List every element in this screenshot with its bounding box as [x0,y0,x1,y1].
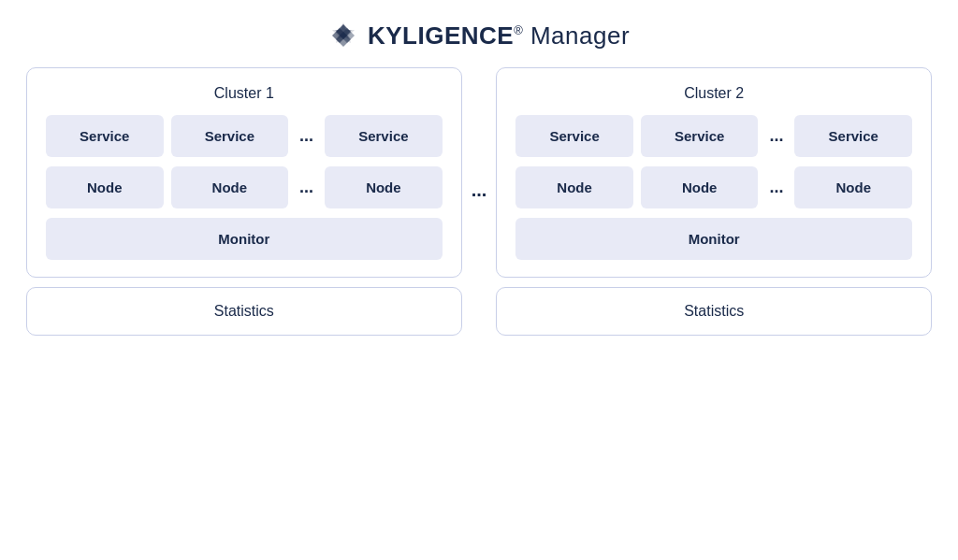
cluster1-node-ellipsis: ... [296,178,317,197]
cluster2-node-1: Node [515,166,633,208]
clusters-ellipsis: ... [462,179,497,201]
cluster2-title: Cluster 2 [515,85,912,102]
kyligence-logo-icon [328,21,358,50]
cluster1-service-2: Service [171,115,289,157]
cluster1-box: Cluster 1 Service Service ... Service No… [26,67,462,278]
main-content: Cluster 1 Service Service ... Service No… [0,67,958,560]
cluster1-title: Cluster 1 [46,85,443,102]
cluster2-service-row: Service Service ... Service [515,115,912,157]
cluster1-service-1: Service [46,115,164,157]
cluster2-node-3: Node [794,166,912,208]
cluster2-service-2: Service [641,115,759,157]
left-section: Cluster 1 Service Service ... Service No… [26,67,462,336]
cluster1-monitor: Monitor [46,218,443,260]
right-section: Cluster 2 Service Service ... Service No… [496,67,932,336]
cluster1-service-row: Service Service ... Service [46,115,443,157]
cluster1-service-ellipsis: ... [296,126,317,146]
app-title: KYLIGENCE® Manager [368,22,630,50]
cluster1-service-3: Service [325,115,443,157]
cluster2-node-ellipsis: ... [765,178,787,197]
cluster2-service-ellipsis: ... [765,126,787,146]
cluster1-node-2: Node [171,166,289,208]
cluster1-node-row: Node Node ... Node [46,166,443,208]
cluster2-service-3: Service [794,115,912,157]
cluster2-statistics: Statistics [496,287,932,336]
cluster1-statistics: Statistics [26,287,462,336]
cluster2-node-2: Node [641,166,759,208]
cluster1-node-3: Node [325,166,443,208]
cluster2-node-row: Node Node ... Node [515,166,912,208]
cluster2-box: Cluster 2 Service Service ... Service No… [496,67,932,278]
cluster2-service-1: Service [515,115,633,157]
header: KYLIGENCE® Manager [0,0,958,67]
cluster2-monitor: Monitor [515,218,912,260]
cluster1-node-1: Node [46,166,164,208]
